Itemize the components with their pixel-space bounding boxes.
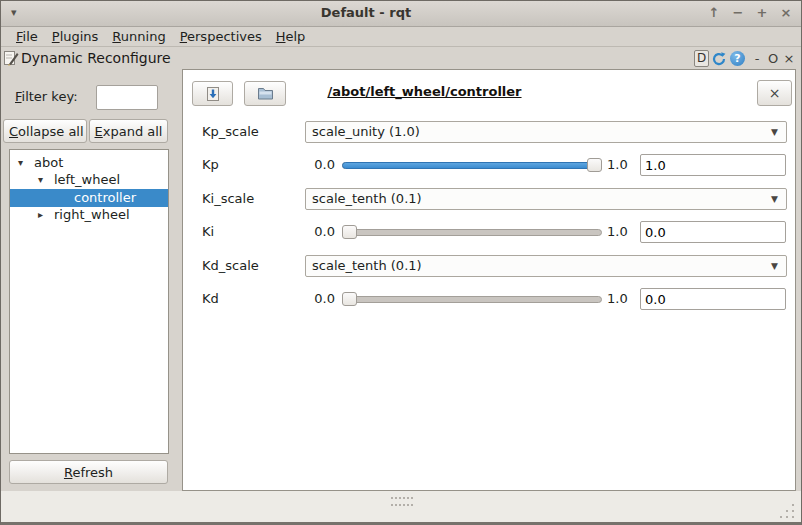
kp-slider-handle[interactable] bbox=[587, 158, 602, 172]
reconfigure-panel: /abot/left_wheel/controller × Kp_scale s… bbox=[182, 69, 796, 491]
param-row-ki-scale: Ki_scale scale_tenth (0.1) ▼ bbox=[183, 188, 795, 210]
status-strip bbox=[1, 491, 801, 523]
refresh-button[interactable]: Refresh bbox=[9, 460, 168, 484]
combobox-value: scale_tenth (0.1) bbox=[312, 258, 422, 273]
slider-max-label: 1.0 bbox=[607, 157, 637, 172]
menu-plugins[interactable]: Plugins bbox=[45, 27, 106, 46]
menu-perspectives[interactable]: Perspectives bbox=[173, 27, 269, 46]
kp-value-input[interactable] bbox=[640, 154, 786, 176]
splitter-handle[interactable] bbox=[391, 504, 393, 506]
maximize-button[interactable]: + bbox=[755, 5, 769, 20]
tree-item-label: right_wheel bbox=[54, 206, 130, 224]
param-row-ki: Ki 0.0 1.0 bbox=[183, 221, 795, 243]
slider-min-label: 0.0 bbox=[305, 224, 335, 239]
param-row-kp-scale: Kp_scale scale_unity (1.0) ▼ bbox=[183, 121, 795, 143]
tree-item-left-wheel[interactable]: ▾ left_wheel bbox=[10, 171, 168, 189]
menu-help[interactable]: Help bbox=[269, 27, 313, 46]
filter-key-label: Filter key: bbox=[15, 89, 78, 104]
kd-slider-handle[interactable] bbox=[342, 292, 357, 306]
dynamic-reconfigure-icon bbox=[3, 50, 19, 66]
param-label: Kp_scale bbox=[202, 124, 259, 139]
dock-d-badge[interactable]: D bbox=[694, 50, 709, 67]
param-label: Kp bbox=[202, 157, 219, 172]
menu-running[interactable]: Running bbox=[105, 27, 172, 46]
expander-icon[interactable]: ▸ bbox=[38, 206, 43, 224]
kp-scale-combobox[interactable]: scale_unity (1.0) ▼ bbox=[305, 121, 787, 143]
dock-title-bar: Dynamic Reconfigure D ? - O × bbox=[1, 48, 801, 69]
menu-bar: File Plugins Running Perspectives Help bbox=[1, 27, 801, 47]
tree-item-label: abot bbox=[34, 154, 63, 172]
expander-icon[interactable]: ▾ bbox=[38, 171, 43, 189]
title-bar[interactable]: ▾ Default - rqt ↑ − + × bbox=[1, 1, 801, 27]
slider-max-label: 1.0 bbox=[607, 224, 637, 239]
param-label: Ki bbox=[202, 224, 214, 239]
resize-grip[interactable] bbox=[780, 516, 782, 518]
combobox-value: scale_tenth (0.1) bbox=[312, 191, 422, 206]
node-tree: ▾ abot ▾ left_wheel controller ▸ right_w… bbox=[9, 149, 169, 454]
collapse-all-button[interactable]: Collapse all bbox=[3, 119, 87, 143]
window-title: Default - rqt bbox=[1, 5, 731, 20]
slider-min-label: 0.0 bbox=[305, 291, 335, 306]
tree-item-label: left_wheel bbox=[54, 171, 120, 189]
slider-min-label: 0.0 bbox=[305, 157, 335, 172]
param-row-kp: Kp 0.0 1.0 bbox=[183, 154, 795, 176]
dock-float-button[interactable]: O bbox=[766, 51, 780, 66]
param-label: Kd_scale bbox=[202, 258, 259, 273]
chevron-down-icon: ▼ bbox=[771, 256, 778, 276]
expand-all-button[interactable]: Expand all bbox=[89, 119, 168, 143]
kd-value-input[interactable] bbox=[640, 288, 786, 310]
tree-item-abot[interactable]: ▾ abot bbox=[10, 154, 168, 172]
kp-slider-track[interactable] bbox=[342, 162, 602, 169]
param-label: Kd bbox=[202, 291, 219, 306]
combobox-value: scale_unity (1.0) bbox=[312, 124, 420, 139]
refresh-icon[interactable] bbox=[711, 51, 727, 67]
param-label: Ki_scale bbox=[202, 191, 254, 206]
rqt-window: ▾ Default - rqt ↑ − + × File Plugins Run… bbox=[0, 0, 802, 525]
menu-file[interactable]: File bbox=[9, 27, 45, 46]
help-icon[interactable]: ? bbox=[730, 51, 745, 66]
slider-fill bbox=[342, 162, 602, 169]
kd-scale-combobox[interactable]: scale_tenth (0.1) ▼ bbox=[305, 255, 787, 277]
slider-max-label: 1.0 bbox=[607, 291, 637, 306]
panel-close-button[interactable]: × bbox=[757, 80, 792, 106]
splitter-handle[interactable] bbox=[391, 497, 393, 499]
node-path-title: /abot/left_wheel/controller bbox=[183, 84, 666, 99]
dock-minimize-button[interactable]: - bbox=[750, 51, 764, 66]
close-button[interactable]: × bbox=[779, 5, 793, 20]
shade-button[interactable]: ↑ bbox=[707, 5, 721, 20]
tree-item-controller[interactable]: controller bbox=[10, 189, 168, 207]
dock-title: Dynamic Reconfigure bbox=[21, 50, 171, 66]
tree-item-right-wheel[interactable]: ▸ right_wheel bbox=[10, 206, 168, 224]
chevron-down-icon: ▼ bbox=[771, 122, 778, 142]
param-row-kd: Kd 0.0 1.0 bbox=[183, 288, 795, 310]
ki-scale-combobox[interactable]: scale_tenth (0.1) ▼ bbox=[305, 188, 787, 210]
kd-slider-track[interactable] bbox=[342, 296, 602, 303]
param-row-kd-scale: Kd_scale scale_tenth (0.1) ▼ bbox=[183, 255, 795, 277]
minimize-button[interactable]: − bbox=[731, 5, 745, 20]
tree-item-label: controller bbox=[74, 189, 136, 207]
dock-close-button[interactable]: × bbox=[782, 51, 796, 66]
ki-slider-handle[interactable] bbox=[342, 225, 357, 239]
filter-key-input[interactable] bbox=[96, 85, 158, 110]
ki-slider-track[interactable] bbox=[342, 229, 602, 236]
expander-icon[interactable]: ▾ bbox=[18, 154, 23, 172]
ki-value-input[interactable] bbox=[640, 221, 786, 243]
chevron-down-icon: ▼ bbox=[771, 189, 778, 209]
